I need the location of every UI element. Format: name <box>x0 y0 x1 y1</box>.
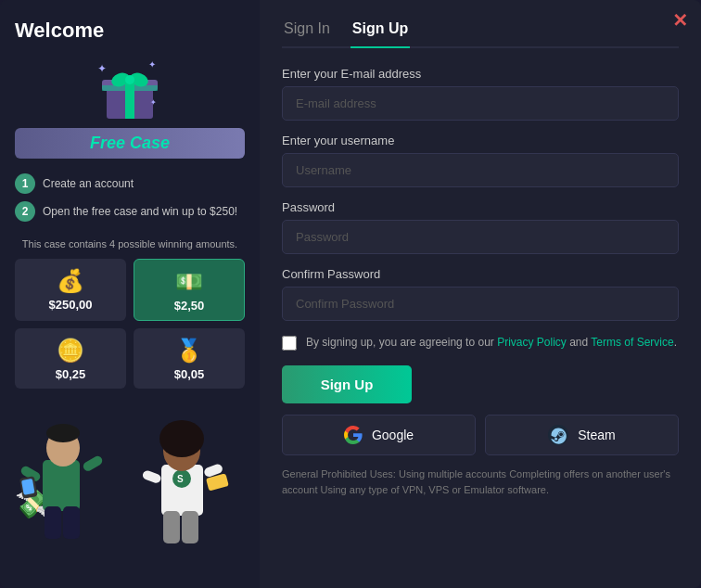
confirm-password-group: Confirm Password <box>282 267 679 321</box>
email-label: Enter your E-mail address <box>282 67 679 81</box>
email-group: Enter your E-mail address <box>282 67 679 121</box>
prize-card-1: 💰 $250,00 <box>15 259 126 321</box>
svg-text:✦: ✦ <box>150 98 157 107</box>
svg-point-31 <box>554 438 557 441</box>
terms-link[interactable]: Terms of Service <box>591 336 673 349</box>
svg-point-23 <box>159 420 204 457</box>
characters-area: 💸 <box>15 400 245 548</box>
steps-list: 1 Create an account 2 Open the free case… <box>15 173 245 229</box>
google-button[interactable]: Google <box>282 415 476 455</box>
svg-text:S: S <box>177 474 184 484</box>
prize-amount-4: $0,05 <box>174 367 205 381</box>
svg-point-12 <box>46 424 80 442</box>
google-btn-label: Google <box>372 428 414 442</box>
close-button[interactable]: ✕ <box>672 9 688 32</box>
welcome-title: Welcome <box>15 19 104 43</box>
password-label: Password <box>282 200 679 214</box>
tab-sign-in[interactable]: Sign In <box>282 15 332 46</box>
password-group: Password <box>282 200 679 254</box>
social-buttons: Google Steam <box>282 415 679 455</box>
svg-rect-15 <box>45 506 61 539</box>
prize-icon-2: 💵 <box>175 269 203 295</box>
confirm-password-label: Confirm Password <box>282 267 679 281</box>
steam-btn-label: Steam <box>578 428 615 442</box>
step-1: 1 Create an account <box>15 173 245 194</box>
username-label: Enter your username <box>282 134 679 147</box>
svg-point-6 <box>125 75 134 84</box>
step-2-text: Open the free case and win up to $250! <box>43 205 237 218</box>
svg-rect-14 <box>82 454 104 473</box>
prize-amount-2: $2,50 <box>174 299 205 313</box>
character-right: S <box>134 409 245 548</box>
agreement-mid: and <box>567 336 591 349</box>
tabs: Sign In Sign Up <box>282 15 679 48</box>
agreement-row: By signing up, you are agreeing to our P… <box>282 334 679 351</box>
email-input[interactable] <box>282 86 679 121</box>
svg-text:✦: ✦ <box>148 59 156 70</box>
step-2-number: 2 <box>15 201 35 222</box>
svg-text:✦: ✦ <box>97 62 107 75</box>
modal: ✕ Welcome ✦ ✦ ✦ Free Case 1 Create an ac… <box>0 0 701 588</box>
step-1-number: 1 <box>15 173 35 194</box>
svg-point-30 <box>559 432 564 437</box>
prize-icon-1: 💰 <box>57 268 84 294</box>
character-left <box>15 409 117 548</box>
prize-card-3: 🪙 $0,25 <box>15 328 126 389</box>
svg-rect-3 <box>102 85 158 91</box>
svg-rect-27 <box>163 511 180 543</box>
right-panel: Sign In Sign Up Enter your E-mail addres… <box>260 0 701 588</box>
case-info: This case contains 4 possible winning am… <box>15 238 245 249</box>
prize-amount-3: $0,25 <box>56 367 86 381</box>
prize-icon-4: 🥇 <box>175 338 203 364</box>
privacy-policy-link[interactable]: Privacy Policy <box>497 336 567 349</box>
agreement-checkbox[interactable] <box>282 336 297 351</box>
password-input[interactable] <box>282 220 679 254</box>
svg-rect-24 <box>142 469 162 484</box>
signup-button[interactable]: Sign Up <box>282 365 412 403</box>
step-1-text: Create an account <box>43 177 134 190</box>
svg-rect-10 <box>43 460 80 511</box>
gift-icon: ✦ ✦ ✦ <box>93 54 167 128</box>
agreement-text: By signing up, you are agreeing to our P… <box>306 334 677 351</box>
agreement-suffix: . <box>674 336 677 349</box>
prize-card-4: 🥇 $0,05 <box>134 328 245 389</box>
tab-sign-up[interactable]: Sign Up <box>350 15 410 48</box>
prizes-grid: 💰 $250,00 💵 $2,50 🪙 $0,25 🥇 $0,05 <box>15 259 245 389</box>
steam-icon <box>548 425 568 445</box>
prize-amount-1: $250,00 <box>49 298 93 312</box>
username-input[interactable] <box>282 153 679 187</box>
username-group: Enter your username <box>282 134 679 187</box>
free-case-text: Free Case <box>90 134 170 152</box>
prize-card-2: 💵 $2,50 <box>134 259 245 321</box>
footer-text: General Prohibited Uses: Using multiple … <box>282 467 679 497</box>
svg-rect-16 <box>63 506 80 539</box>
left-panel: Welcome ✦ ✦ ✦ Free Case 1 Create an acco… <box>0 0 260 588</box>
google-icon <box>344 426 363 444</box>
agreement-prefix: By signing up, you are agreeing to our <box>306 336 497 349</box>
free-case-banner: Free Case <box>15 128 245 159</box>
prize-icon-3: 🪙 <box>57 338 84 364</box>
confirm-password-input[interactable] <box>282 287 679 321</box>
step-2: 2 Open the free case and win up to $250! <box>15 201 245 222</box>
steam-button[interactable]: Steam <box>485 415 679 455</box>
svg-rect-28 <box>182 511 198 543</box>
